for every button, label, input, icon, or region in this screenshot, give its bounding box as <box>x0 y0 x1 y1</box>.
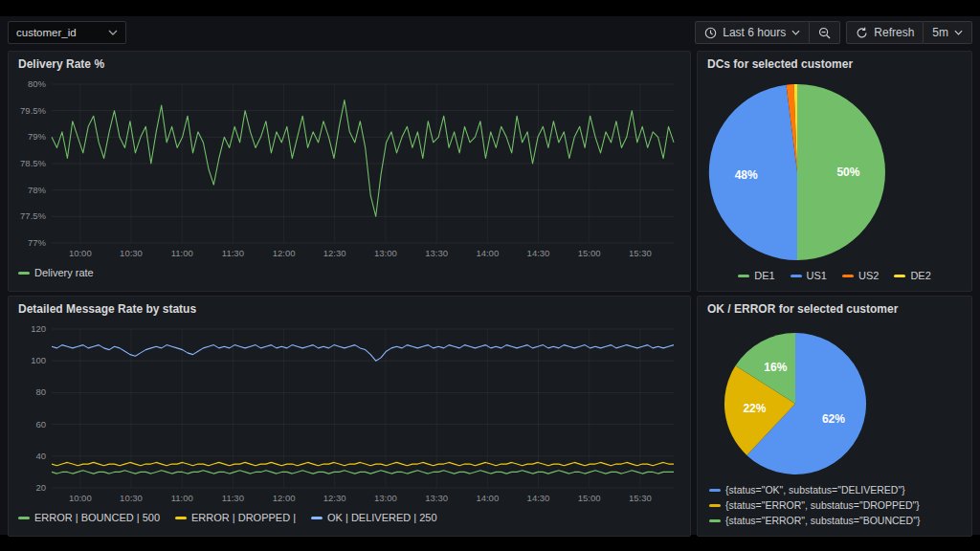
panel-dcs-pie: DCs for selected customer 50%48% DE1 US1… <box>697 51 972 292</box>
refresh-interval-value: 5m <box>932 26 948 39</box>
svg-text:13:30: 13:30 <box>425 493 448 503</box>
svg-text:10:30: 10:30 <box>120 493 143 503</box>
dcs-pie-chart[interactable]: 50%48% <box>707 82 887 262</box>
svg-text:14:00: 14:00 <box>476 493 499 503</box>
svg-text:15:30: 15:30 <box>629 248 652 258</box>
refresh-icon <box>856 27 868 39</box>
panel-title[interactable]: Delivery Rate % <box>9 52 690 77</box>
zoom-out-icon <box>818 27 831 39</box>
message-rate-chart[interactable]: 2040608010012010:0010:3011:0011:3012:001… <box>13 321 685 509</box>
svg-text:80: 80 <box>35 386 46 397</box>
series-label: DE2 <box>910 270 930 281</box>
series-marker <box>709 489 721 492</box>
series-label: {status="ERROR", substatus="DROPPED"} <box>725 499 920 511</box>
panel-title[interactable]: OK / ERROR for selected customer <box>698 297 971 321</box>
toolbar-right-controls: Last 6 hours Refresh 5m <box>695 21 972 44</box>
svg-text:10:00: 10:00 <box>69 493 92 503</box>
svg-text:12:00: 12:00 <box>273 248 296 258</box>
chevron-down-icon <box>954 30 963 35</box>
svg-text:15:30: 15:30 <box>629 493 652 503</box>
series-marker <box>311 517 323 519</box>
series-label: {status="OK", substatus="DELIVERED"} <box>725 484 905 496</box>
svg-text:80%: 80% <box>28 78 47 89</box>
svg-text:14:30: 14:30 <box>527 248 550 258</box>
svg-text:10:00: 10:00 <box>69 248 92 258</box>
svg-text:79.5%: 79.5% <box>20 105 46 116</box>
chart-legend: ERROR | BOUNCED | 500 ERROR | DROPPED | … <box>9 509 690 526</box>
series-marker <box>18 272 30 275</box>
legend-item-bounced[interactable]: ERROR | BOUNCED | 500 <box>18 512 160 523</box>
series-label: Delivery rate <box>34 267 94 278</box>
legend-item-ok-delivered[interactable]: {status="OK", substatus="DELIVERED"} <box>709 484 960 496</box>
series-marker <box>709 504 721 507</box>
svg-text:22%: 22% <box>743 402 766 415</box>
legend-item-us2[interactable]: US2 <box>842 270 879 281</box>
svg-text:79%: 79% <box>28 131 47 142</box>
series-label: {status="ERROR", substatus="BOUNCED"} <box>725 515 920 526</box>
svg-text:14:00: 14:00 <box>476 248 499 258</box>
refresh-label: Refresh <box>874 26 914 39</box>
svg-text:15:00: 15:00 <box>578 493 601 503</box>
panel-ok-error-pie: OK / ERROR for selected customer 62%22%1… <box>697 296 972 537</box>
panel-delivery-rate: Delivery Rate % 77%77.5%78%78.5%79%79.5%… <box>8 51 691 292</box>
clock-icon <box>704 27 717 39</box>
series-label: ERROR | DROPPED | <box>191 512 296 523</box>
grafana-dashboard: customer_id Last 6 hours Refresh <box>0 16 980 535</box>
legend-item-delivery-rate[interactable]: Delivery rate <box>18 267 94 278</box>
svg-text:12:30: 12:30 <box>323 248 346 258</box>
svg-text:120: 120 <box>31 323 46 334</box>
series-marker <box>175 517 187 519</box>
legend-item-de2[interactable]: DE2 <box>894 270 930 281</box>
svg-text:78.5%: 78.5% <box>20 158 46 168</box>
svg-text:14:30: 14:30 <box>527 493 550 503</box>
refresh-controls-group: Refresh 5m <box>846 21 972 44</box>
svg-text:13:00: 13:00 <box>374 248 397 258</box>
svg-text:40: 40 <box>35 451 46 461</box>
svg-text:48%: 48% <box>735 168 758 182</box>
svg-text:60: 60 <box>35 419 46 430</box>
svg-text:11:30: 11:30 <box>222 248 244 258</box>
time-controls-group: Last 6 hours <box>695 21 840 44</box>
variable-dropdown-label: customer_id <box>16 27 77 38</box>
chevron-down-icon <box>791 30 800 35</box>
legend-item-dropped[interactable]: ERROR | DROPPED | <box>175 512 296 523</box>
panel-title[interactable]: DCs for selected customer <box>698 52 971 77</box>
panel-title[interactable]: Detailed Message Rate by status <box>9 297 690 321</box>
svg-text:78%: 78% <box>28 185 47 195</box>
legend-item-error-dropped[interactable]: {status="ERROR", substatus="DROPPED"} <box>709 499 960 511</box>
svg-text:15:00: 15:00 <box>578 248 601 258</box>
delivery-rate-chart[interactable]: 77%77.5%78%78.5%79%79.5%80%10:0010:3011:… <box>13 77 685 264</box>
ok-error-pie-chart[interactable]: 62%22%16% <box>723 331 868 476</box>
svg-text:13:00: 13:00 <box>374 493 397 503</box>
series-label: US2 <box>858 270 879 281</box>
series-marker <box>738 275 749 277</box>
legend-item-us1[interactable]: US1 <box>791 270 827 281</box>
time-range-picker[interactable]: Last 6 hours <box>695 21 810 44</box>
svg-text:100: 100 <box>31 355 46 365</box>
svg-text:10:30: 10:30 <box>120 248 143 258</box>
svg-text:16%: 16% <box>764 361 787 374</box>
chevron-down-icon <box>108 30 118 35</box>
svg-text:12:30: 12:30 <box>323 493 346 503</box>
svg-text:12:00: 12:00 <box>273 493 296 503</box>
variable-dropdown-customer-id[interactable]: customer_id <box>8 21 126 44</box>
series-label: DE1 <box>754 270 774 281</box>
refresh-interval-dropdown[interactable]: 5m <box>924 21 972 44</box>
legend-item-delivered[interactable]: OK | DELIVERED | 250 <box>311 512 437 523</box>
chart-legend: Delivery rate <box>9 264 690 281</box>
legend-item-de1[interactable]: DE1 <box>738 270 774 281</box>
svg-text:11:30: 11:30 <box>222 493 244 503</box>
svg-text:77%: 77% <box>28 237 47 248</box>
dashboard-toolbar: customer_id Last 6 hours Refresh <box>0 16 980 49</box>
legend-item-error-bounced[interactable]: {status="ERROR", substatus="BOUNCED"} <box>709 515 960 526</box>
svg-text:20: 20 <box>35 482 46 493</box>
svg-text:11:00: 11:00 <box>171 493 193 503</box>
svg-text:11:00: 11:00 <box>171 248 193 258</box>
zoom-out-button[interactable] <box>810 21 840 44</box>
svg-text:13:30: 13:30 <box>425 248 448 258</box>
series-marker <box>791 275 802 277</box>
refresh-button[interactable]: Refresh <box>846 21 924 44</box>
series-marker <box>894 275 905 277</box>
series-marker <box>709 519 721 522</box>
series-marker <box>842 275 854 277</box>
